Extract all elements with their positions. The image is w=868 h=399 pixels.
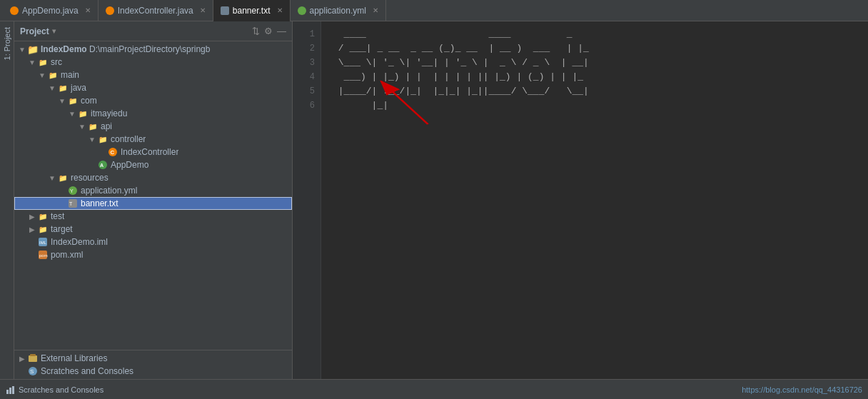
tree-item-main[interactable]: ▼ 📁 main <box>14 69 292 81</box>
scratch-icon: S <box>27 365 39 377</box>
folder-main-icon: 📁 <box>47 69 59 81</box>
folder-resources-icon: 📁 <box>57 172 69 183</box>
tree-item-controller[interactable]: ▼ 📁 controller <box>14 133 292 146</box>
tree-item-target[interactable]: ▶ 📁 target <box>14 223 292 236</box>
tree-item-indexcontroller[interactable]: C IndexController <box>14 146 292 158</box>
tab-application-yml[interactable]: application.yml ✕ <box>291 0 386 21</box>
folder-com-icon: 📁 <box>67 95 79 106</box>
svg-text:Y: Y <box>70 188 74 193</box>
status-bar: Scratches and Consoles https://blog.csdn… <box>0 379 868 399</box>
code-line-4: ___) | |_) | | | | | | || |_) | (_) | | … <box>333 70 857 84</box>
project-header: Project ▾ ⇅ ⚙ — <box>14 21 292 41</box>
folder-controller-icon: 📁 <box>97 133 108 145</box>
minimize-icon[interactable]: — <box>277 26 286 36</box>
code-area[interactable]: ____ ____ _ / ___| _ __ _ __ (_)_ __ | _… <box>321 21 868 379</box>
svg-rect-18 <box>6 390 9 394</box>
lib-icon <box>27 353 39 364</box>
svg-text:A: A <box>100 163 104 168</box>
status-scratches: Scratches and Consoles <box>6 385 104 395</box>
tree-item-appdemo[interactable]: A AppDemo <box>14 158 292 171</box>
tree-item-api[interactable]: ▼ 📁 api <box>14 120 292 133</box>
project-header-icons: ⇅ ⚙ — <box>252 26 286 36</box>
tab-indexcontroller[interactable]: IndexController.java ✕ <box>99 0 213 21</box>
iml-icon: IML <box>37 236 49 248</box>
project-sidebar-label[interactable]: 1: Project <box>0 21 14 379</box>
svg-text:IML: IML <box>39 241 47 245</box>
project-tree: ▼ 📁 IndexDemo D:\mainProjectDirectory\sp… <box>14 41 292 350</box>
svg-rect-12 <box>29 355 37 362</box>
tree-item-pom[interactable]: pom pom.xml <box>14 248 292 261</box>
tree-item-itmayiedu[interactable]: ▼ 📁 itmayiedu <box>14 107 292 120</box>
tree-item-test[interactable]: ▶ 📁 test <box>14 210 292 223</box>
settings-icon[interactable]: ⚙ <box>264 26 273 36</box>
collapse-icon[interactable]: ⇅ <box>252 26 260 36</box>
status-left: Scratches and Consoles <box>6 385 104 395</box>
svg-text:pom: pom <box>39 253 48 258</box>
project-panel: Project ▾ ⇅ ⚙ — ▼ 📁 IndexDemo D:\mainPro… <box>14 21 293 379</box>
txt-file-icon: T <box>67 198 79 209</box>
folder-test-icon: 📁 <box>37 211 49 222</box>
tree-item-iml[interactable]: IML IndexDemo.iml <box>14 236 292 248</box>
code-line-2: / ___| _ __ _ __ (_)_ __ | __ ) ___ | |_ <box>333 41 857 56</box>
svg-text:C: C <box>111 149 115 156</box>
svg-text:T: T <box>69 201 73 206</box>
svg-rect-20 <box>12 386 14 394</box>
project-label-text[interactable]: 1: Project <box>1 21 13 66</box>
svg-text:S: S <box>30 368 34 375</box>
tree-item-com[interactable]: ▼ 📁 com <box>14 94 292 107</box>
appclass-icon: A <box>97 159 108 171</box>
tree-item-src[interactable]: ▼ 📁 src <box>14 56 292 69</box>
svg-rect-13 <box>30 354 36 356</box>
class-c-icon: C <box>107 146 118 158</box>
code-line-6: |_| <box>333 99 857 113</box>
line-numbers: 1 2 3 4 5 6 <box>293 21 321 379</box>
yml-icon <box>298 6 306 15</box>
java-icon <box>10 6 19 15</box>
code-line-3: \___ \| '_ \| '__| | '_ \ | _ \ / _ \ | … <box>333 56 857 70</box>
folder-target-icon: 📁 <box>37 223 49 235</box>
java-icon <box>106 6 114 15</box>
tab-appdemo[interactable]: AppDemo.java ✕ <box>3 0 99 21</box>
status-url: https://blog.csdn.net/qq_44316726 <box>742 385 862 394</box>
tree-item-scratches[interactable]: S Scratches and Consoles <box>14 365 292 378</box>
tab-bar: AppDemo.java ✕ IndexController.java ✕ ba… <box>0 0 868 21</box>
pom-icon: pom <box>37 249 49 261</box>
code-line-5: |____/| .__/|_| |_|_| |_||____/ \___/ \_… <box>333 84 857 99</box>
txt-icon <box>221 6 229 15</box>
tree-item-indexdemo[interactable]: ▼ 📁 IndexDemo D:\mainProjectDirectory\sp… <box>14 43 292 56</box>
bottom-items: ▶ External Libraries S Scratches and Con… <box>14 350 292 379</box>
folder-api-icon: 📁 <box>87 121 99 132</box>
tree-item-banner-txt[interactable]: T banner.txt <box>14 197 292 210</box>
folder-itmayiedu-icon: 📁 <box>77 108 89 119</box>
bar-chart-icon <box>6 385 16 395</box>
editor-area: 1 2 3 4 5 6 ____ ____ _ / ___| _ __ _ __… <box>293 21 868 379</box>
tree-item-application-yml[interactable]: Y application.yml <box>14 184 292 197</box>
tree-item-java[interactable]: ▼ 📁 java <box>14 81 292 94</box>
folder-src-icon: 📁 <box>37 56 49 68</box>
tab-banner[interactable]: banner.txt ✕ <box>213 0 291 21</box>
yml-file-icon: Y <box>67 185 79 196</box>
folder-java-icon: 📁 <box>57 82 69 94</box>
project-header-title: Project ▾ <box>20 26 56 36</box>
tree-item-external-libs[interactable]: ▶ External Libraries <box>14 352 292 365</box>
tree-item-resources[interactable]: ▼ 📁 resources <box>14 171 292 184</box>
code-line-1: ____ ____ _ <box>333 27 857 41</box>
folder-icon: 📁 <box>27 44 39 55</box>
svg-rect-19 <box>9 388 11 394</box>
